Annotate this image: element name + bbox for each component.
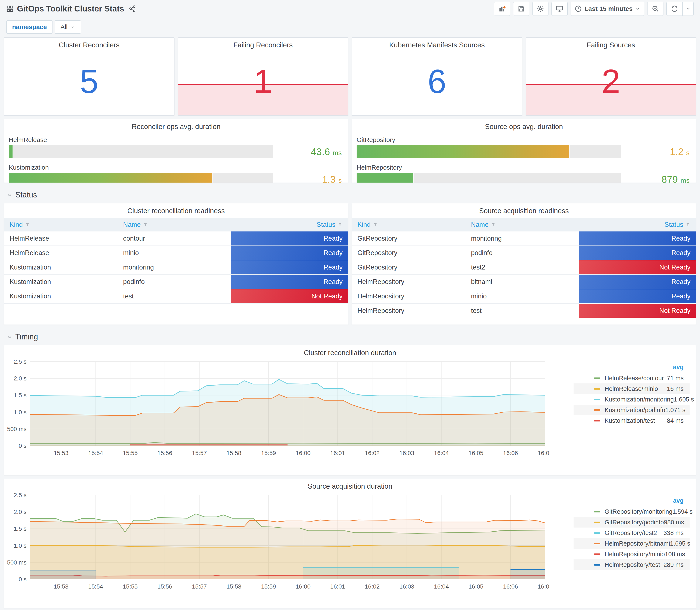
time-range-label: Last 15 minutes (584, 5, 633, 12)
legend-item[interactable]: Kustomization/monitoring1.605 s (573, 394, 689, 405)
series-color-swatch (594, 553, 600, 555)
table-row[interactable]: GitRepositorymonitoringReady (352, 231, 696, 246)
table-row[interactable]: HelmRepositorybitnamiReady (352, 275, 696, 289)
dashboard-settings-button[interactable] (532, 2, 549, 16)
series-name[interactable]: HelmRelease/minio (605, 385, 667, 392)
table-row[interactable]: HelmReleaseminioReady (4, 246, 348, 260)
gauge-label: HelmRepository (357, 164, 691, 171)
table-row[interactable]: GitRepositorypodinfoReady (352, 246, 696, 260)
cell-status: Ready (231, 260, 348, 274)
series-avg-value: 108 ms (665, 551, 685, 558)
refresh-button[interactable] (666, 2, 683, 16)
series-name[interactable]: Kustomization/test (605, 417, 667, 424)
filter-icon[interactable] (143, 222, 148, 227)
section-timing[interactable]: Timing (2, 328, 698, 345)
page-title: GitOps Toolkit Cluster Stats (17, 4, 124, 13)
svg-text:16:07: 16:07 (538, 583, 549, 590)
panel-failing-reconcilers[interactable]: Failing Reconcilers 1 (178, 37, 348, 116)
apps-grid-icon[interactable] (6, 5, 14, 12)
panel-kubernetes-manifests-sources[interactable]: Kubernetes Manifests Sources 6 (352, 37, 522, 116)
table-row[interactable]: KustomizationpodinfoReady (4, 275, 348, 289)
legend-item[interactable]: GitRepository/monitoring1.594 s (573, 506, 689, 517)
series-name[interactable]: Kustomization/monitoring (605, 396, 674, 403)
svg-text:16:00: 16:00 (296, 583, 310, 590)
table-row[interactable]: HelmReleasecontourReady (4, 231, 348, 246)
save-dashboard-button[interactable] (513, 2, 530, 16)
panel-cluster-reconciliation-duration[interactable]: Cluster reconciliation duration 0 s500 m… (4, 345, 696, 475)
cycle-view-mode-button[interactable] (551, 2, 568, 16)
column-header-kind[interactable]: Kind (352, 221, 466, 228)
series-name[interactable]: HelmRepository/minio (605, 551, 665, 558)
gauge-track (357, 145, 621, 158)
panel-cluster-reconciliation-readiness[interactable]: Cluster reconciliation readiness Kind Na… (4, 203, 348, 325)
cell-name: test (117, 289, 231, 303)
timeseries-plot[interactable]: 0 s500 ms1.0 s1.5 s2.0 s2.5 s15:5315:541… (5, 492, 573, 608)
cell-name: bitnami (466, 275, 579, 289)
timeseries-plot[interactable]: 0 s500 ms1.0 s1.5 s2.0 s2.5 s15:5315:541… (5, 358, 573, 474)
svg-text:15:55: 15:55 (123, 450, 138, 456)
column-header-name[interactable]: Name (117, 221, 231, 228)
legend-avg-header[interactable]: avg (573, 364, 689, 373)
column-header-name[interactable]: Name (466, 221, 579, 228)
series-name[interactable]: GitRepository/monitoring (605, 508, 672, 515)
status-badge: Not Ready (579, 304, 696, 318)
series-color-swatch (594, 511, 600, 512)
filter-icon[interactable] (338, 222, 343, 227)
share-icon[interactable] (129, 5, 136, 12)
svg-text:2.5 s: 2.5 s (14, 492, 27, 498)
series-name[interactable]: HelmRepository/bitnami (605, 540, 670, 547)
table-row[interactable]: KustomizationtestNot Ready (4, 289, 348, 304)
filter-icon[interactable] (373, 222, 378, 227)
add-panel-button[interactable] (494, 2, 510, 16)
svg-text:16:03: 16:03 (399, 450, 414, 456)
legend-item[interactable]: HelmRepository/bitnami1.695 s (573, 538, 689, 549)
status-badge: Not Ready (231, 289, 348, 303)
time-range-picker[interactable]: Last 15 minutes (571, 2, 644, 16)
refresh-interval-dropdown[interactable] (683, 2, 694, 16)
panel-failing-sources[interactable]: Failing Sources 2 (526, 37, 696, 116)
filter-icon[interactable] (491, 222, 496, 227)
table-row[interactable]: GitRepositorytest2Not Ready (352, 260, 696, 275)
panel-source-acquisition-readiness[interactable]: Source acquisition readiness Kind Name S… (352, 203, 696, 325)
table-row[interactable]: HelmRepositorytestNot Ready (352, 304, 696, 318)
panel-reconciler-ops-duration[interactable]: Reconciler ops avg. duration HelmRelease… (4, 119, 348, 183)
variable-namespace-label[interactable]: namespace (6, 20, 52, 34)
gauge-value: 1.3 s (273, 174, 343, 183)
series-name[interactable]: GitRepository/podinfo (605, 519, 664, 526)
svg-text:1.5 s: 1.5 s (14, 392, 27, 399)
svg-text:16:02: 16:02 (365, 583, 380, 590)
status-badge: Ready (231, 231, 348, 245)
legend-item[interactable]: HelmRelease/minio16 ms (573, 383, 689, 394)
legend-item[interactable]: GitRepository/podinfo980 ms (573, 517, 689, 528)
column-header-status[interactable]: Status (579, 221, 696, 228)
series-name[interactable]: HelmRelease/contour (605, 375, 667, 382)
filter-icon[interactable] (685, 222, 690, 227)
section-status[interactable]: Status (2, 186, 698, 203)
cell-kind: HelmRelease (4, 231, 117, 245)
legend-item[interactable]: HelmRelease/contour71 ms (573, 373, 689, 383)
series-name[interactable]: Kustomization/podinfo (605, 406, 665, 414)
gauge-label: HelmRelease (9, 136, 343, 143)
column-header-kind[interactable]: Kind (4, 221, 117, 228)
legend-avg-header[interactable]: avg (573, 497, 689, 506)
filter-icon[interactable] (25, 222, 30, 227)
table-row[interactable]: HelmRepositoryminioReady (352, 289, 696, 304)
zoom-out-time-button[interactable] (647, 2, 664, 16)
panel-cluster-reconcilers[interactable]: Cluster Reconcilers 5 (4, 37, 175, 116)
legend-item[interactable]: Kustomization/test84 ms (573, 415, 689, 426)
legend-item[interactable]: HelmRepository/minio108 ms (573, 549, 689, 559)
legend-item[interactable]: HelmRepository/test289 ms (573, 559, 689, 570)
series-color-swatch (594, 410, 600, 411)
column-header-status[interactable]: Status (231, 221, 348, 228)
svg-text:500 ms: 500 ms (7, 559, 27, 566)
svg-text:2.0 s: 2.0 s (14, 375, 27, 382)
table-row[interactable]: KustomizationmonitoringReady (4, 260, 348, 275)
legend-item[interactable]: Kustomization/podinfo1.071 s (573, 405, 689, 415)
gauge-label: Kustomization (9, 164, 343, 171)
panel-source-ops-duration[interactable]: Source ops avg. duration GitRepository 1… (352, 119, 696, 183)
panel-source-acquisition-duration[interactable]: Source acquisition duration 0 s500 ms1.0… (4, 479, 696, 609)
series-name[interactable]: GitRepository/test2 (605, 529, 664, 536)
legend-item[interactable]: GitRepository/test2338 ms (573, 528, 689, 538)
series-name[interactable]: HelmRepository/test (605, 561, 664, 568)
variable-namespace-select[interactable]: All (54, 20, 81, 34)
